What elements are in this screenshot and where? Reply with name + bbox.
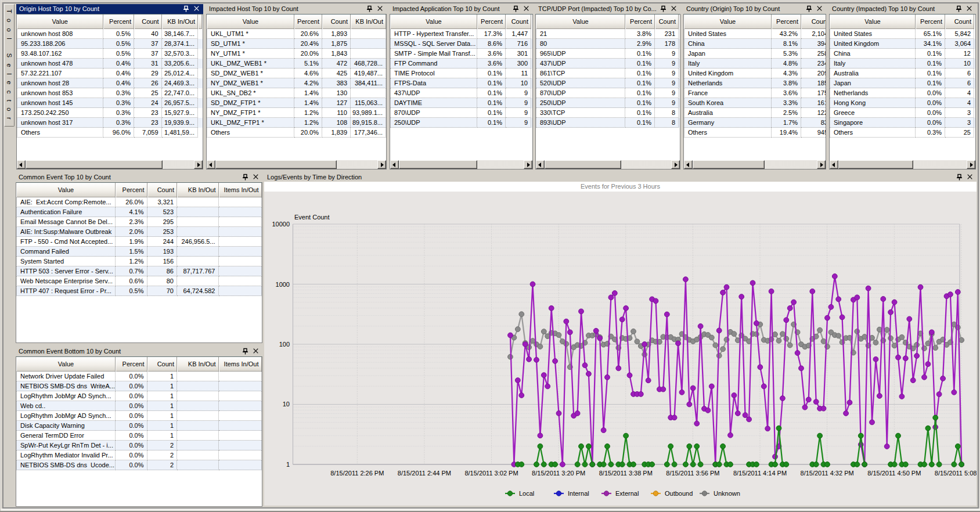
svg-text:8/15/2011 2:44 PM: 8/15/2011 2:44 PM — [398, 470, 451, 477]
svg-text:Internal: Internal — [568, 490, 589, 497]
svg-text:10000: 10000 — [272, 221, 290, 228]
svg-text:8/15/2011 3:20 PM: 8/15/2011 3:20 PM — [532, 470, 585, 477]
svg-text:8/15/2011 3:02 PM: 8/15/2011 3:02 PM — [464, 470, 518, 477]
svg-text:8/15/2011 2:26 PM: 8/15/2011 2:26 PM — [330, 470, 384, 477]
svg-text:Local: Local — [519, 490, 534, 497]
svg-text:8/15/2011 3:56 PM: 8/15/2011 3:56 PM — [666, 470, 719, 477]
svg-text:Event Count: Event Count — [294, 214, 330, 221]
svg-text:8/15/2011 4:50 PM: 8/15/2011 4:50 PM — [867, 470, 921, 477]
svg-text:10: 10 — [283, 401, 290, 408]
svg-text:100: 100 — [279, 341, 290, 348]
svg-text:1000: 1000 — [276, 281, 290, 288]
svg-text:8/15/2011 4:14 PM: 8/15/2011 4:14 PM — [733, 470, 787, 477]
svg-text:8/15/2011 3:38 PM: 8/15/2011 3:38 PM — [599, 470, 653, 477]
svg-text:8/15/2011 5:08 PM: 8/15/2011 5:08 PM — [935, 470, 977, 477]
svg-text:Unknown: Unknown — [714, 490, 740, 497]
svg-text:Outbound: Outbound — [665, 490, 693, 497]
svg-text:External: External — [615, 490, 639, 497]
svg-text:8/15/2011 4:32 PM: 8/15/2011 4:32 PM — [801, 470, 854, 477]
svg-text:1: 1 — [286, 461, 290, 468]
